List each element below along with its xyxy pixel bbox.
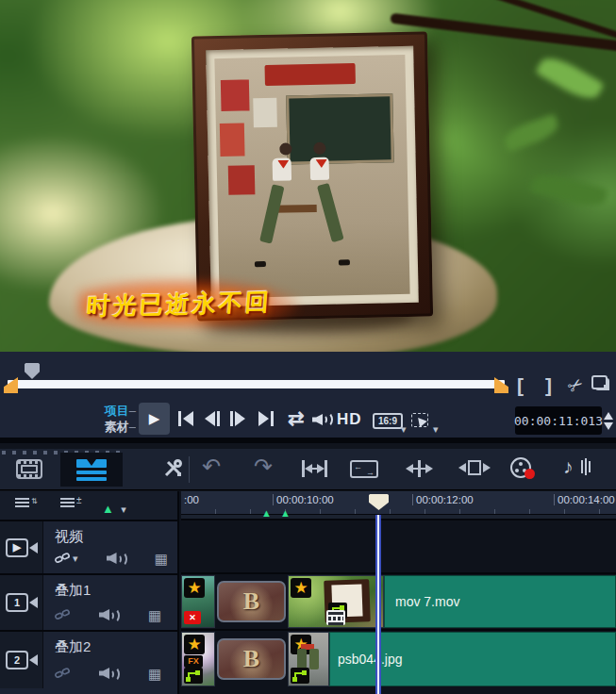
scrubber-playhead[interactable] — [25, 363, 40, 379]
track-mute-button[interactable] — [99, 666, 120, 681]
ripple-editing-button[interactable]: ← → — [350, 460, 378, 478]
tools-menu-button[interactable] — [162, 458, 183, 479]
photo-thumb-figure — [309, 649, 319, 669]
aspect-ratio-button[interactable]: 16:9 — [373, 413, 403, 429]
timecode-display[interactable]: 00:00:11:013 — [515, 406, 602, 435]
timeline-playhead-marker[interactable] — [369, 494, 389, 510]
track-header-video[interactable]: ▶ 视频 ▾ ▦ — [0, 521, 177, 575]
mute-badge: ✕ — [184, 611, 201, 624]
track-header-column: ⇅ ± ▲ ▾ ▶ 视频 — [0, 491, 179, 694]
enlarge-caret[interactable]: ▾ — [433, 423, 439, 436]
enlarge-preview-button[interactable] — [411, 413, 428, 427]
timeline-ruler[interactable]: :00 00:00:10:00 00:00:12:00 00:00:14:00 — [181, 491, 616, 515]
hd-quality-button[interactable]: HD — [337, 410, 362, 429]
go-to-start-button[interactable] — [178, 409, 193, 428]
timecode-stepper[interactable] — [603, 407, 614, 434]
play-icon: ▶ — [149, 410, 160, 427]
timeline-toolbar: ↶ ↷ ← → ♪ — [0, 449, 616, 490]
link-group-button[interactable]: ▾ — [55, 552, 78, 565]
cue-marker-icon: ▲ — [102, 502, 114, 516]
add-remove-track-button[interactable]: ± — [60, 498, 75, 509]
split-clip-button[interactable]: ✂ — [568, 376, 583, 394]
overlay2-clip-thumbnail[interactable]: ★ FX — [181, 632, 215, 686]
chapter-marker-menu-button[interactable]: ▲ ▾ — [102, 500, 126, 517]
mode-clip-tab[interactable]: 素材– — [92, 419, 136, 437]
track-header-overlay2[interactable]: 2 叠加2 ▦ — [0, 632, 177, 688]
link-group-button[interactable] — [55, 667, 71, 680]
clip-filename: mov 7.mov — [395, 594, 459, 609]
overlay2-photo-clip[interactable]: ★ — [288, 632, 329, 686]
next-frame-button[interactable] — [230, 409, 245, 428]
overlay2-title-clip[interactable]: B — [217, 632, 286, 686]
b-thumbnail-letter: B — [243, 587, 259, 616]
track-header-overlay1[interactable]: 1 叠加1 ▦ — [0, 575, 177, 632]
previous-frame-button[interactable] — [205, 409, 220, 428]
mark-out-button[interactable]: ] — [545, 376, 552, 394]
sound-mixer-button[interactable]: ♪ — [563, 455, 574, 478]
waveform-icon — [585, 458, 587, 475]
save-trimmed-video-button[interactable] — [595, 378, 609, 390]
trim-handle-start[interactable] — [4, 377, 18, 393]
b-thumbnail-letter: B — [243, 645, 259, 673]
mark-in-button[interactable]: [ — [517, 376, 524, 394]
cue-marker[interactable]: ▲ — [261, 508, 272, 519]
timeline-view-button[interactable] — [60, 453, 123, 487]
ruler-tick-label: 00:00:12:00 — [412, 494, 474, 505]
track-transparency-toggle[interactable]: ▦ — [148, 608, 161, 622]
overlay2-track-row: ★ FX B ★ — [181, 631, 616, 687]
track-manager-button[interactable]: ⇅ — [15, 498, 29, 509]
mode-project-tab[interactable]: 项目– — [92, 403, 136, 420]
overlay2-track-icon-cell: 2 — [0, 632, 43, 688]
track-transparency-toggle[interactable]: ▦ — [148, 667, 161, 681]
waveform-icon — [589, 461, 591, 472]
toolbar-separator — [189, 456, 190, 483]
overlay2-camera-icon: 2 — [6, 651, 38, 669]
repeat-button[interactable]: ⇄ — [288, 407, 305, 430]
volume-button[interactable] — [312, 411, 335, 428]
video-track-icon-cell: ▶ — [0, 521, 43, 573]
overlay1-title-clip[interactable]: B — [217, 575, 286, 628]
overlay1-track-icon-cell: 1 — [0, 575, 43, 630]
photo-poster — [254, 98, 277, 127]
timecode-up-icon — [604, 412, 613, 420]
fit-project-button[interactable] — [302, 460, 327, 477]
waveform-icon — [581, 460, 583, 473]
go-to-end-button[interactable] — [258, 409, 274, 428]
play-button[interactable]: ▶ — [139, 403, 170, 435]
overlay2-image-clip[interactable]: psb044.jpg — [329, 632, 616, 686]
overlay1-clip-thumbnail[interactable]: ★ ✕ — [181, 575, 215, 628]
track-transparency-button[interactable] — [458, 460, 491, 475]
fx-star-badge: ★ — [184, 635, 205, 654]
trim-bar[interactable] — [8, 380, 505, 388]
keyframe-badge — [291, 668, 309, 684]
overlay1-frame-clip[interactable]: ★ — [288, 575, 384, 628]
title-overlay-text: 时光已逝永不回 — [86, 286, 274, 322]
link-group-button[interactable] — [55, 608, 71, 621]
step-back-icon — [205, 411, 215, 426]
timeline-view-icon — [76, 459, 107, 481]
track-label-video: 视频 — [55, 528, 83, 546]
track-mute-button[interactable] — [99, 607, 120, 622]
video-track-row[interactable] — [181, 520, 616, 574]
overlay1-video-clip[interactable]: mov 7.mov — [384, 575, 616, 628]
timeline-tracks-area: :00 00:00:10:00 00:00:12:00 00:00:14:00 … — [181, 491, 616, 694]
framed-photo — [214, 55, 409, 298]
aspect-ratio-caret[interactable]: ▾ — [401, 423, 407, 436]
trim-split-button[interactable] — [406, 460, 433, 477]
record-dot-icon — [524, 469, 535, 479]
photo-poster — [220, 123, 245, 157]
trim-handle-end[interactable] — [494, 377, 508, 393]
timecode-down-icon — [604, 422, 613, 430]
cue-marker[interactable]: ▲ — [280, 508, 291, 519]
ruler-tick-label: :00 — [181, 494, 199, 505]
photo-shoe — [339, 259, 350, 265]
track-transparency-toggle[interactable]: ▦ — [155, 552, 168, 566]
photo-poster — [228, 166, 256, 195]
track-tools-row: ⇅ ± ▲ ▾ — [0, 491, 177, 521]
undo-button[interactable]: ↶ — [202, 454, 221, 480]
redo-button[interactable]: ↷ — [254, 454, 273, 480]
timeline-playhead-line[interactable] — [377, 515, 379, 694]
photo-poster — [221, 79, 250, 111]
track-mute-button[interactable] — [107, 551, 126, 566]
storyboard-view-button[interactable] — [16, 459, 42, 479]
